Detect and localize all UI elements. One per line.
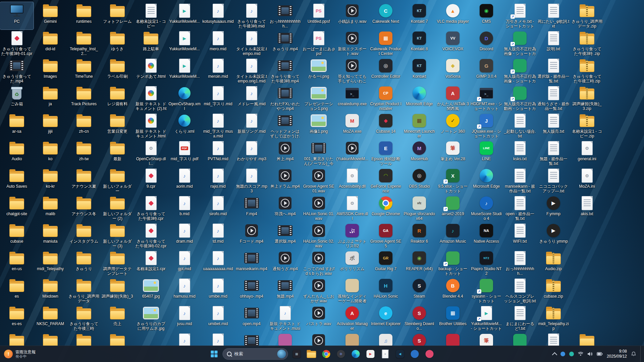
desktop-icon[interactable]: きゅうり食ってた午後3時 .zip — [570, 29, 604, 57]
desktop-icon[interactable]: 選択版 - 親作品一覧.txt — [537, 57, 570, 84]
desktop-icon[interactable]: ▶F.ymmp — [537, 194, 570, 222]
desktop-icon[interactable]: ↗backup - ショートカット — [436, 249, 470, 277]
desktop-icon[interactable]: ✓ノートン 360 — [436, 112, 470, 139]
desktop-icon[interactable]: ♪umibet.mid — [201, 304, 235, 332]
desktop-icon[interactable]: おっhhhhhhhhhh... — [503, 249, 537, 277]
desktop-icon[interactable]: きゅうり食ってた午後3時-02.cpr — [134, 222, 168, 249]
desktop-icon[interactable]: 売上 — [101, 304, 134, 332]
desktop-icon[interactable]: ポポリリリズム — [335, 249, 369, 277]
desktop-icon[interactable]: ♪meroin.mid — [201, 57, 235, 84]
desktop-icon[interactable]: きゅうり食ってた.mp4 — [0, 57, 34, 84]
desktop-icon[interactable]: ヘッドフォンはずしてぽかうけ.mp4 — [268, 112, 302, 139]
desktop-icon[interactable] — [268, 332, 302, 346]
show-desktop-button[interactable] — [640, 346, 643, 362]
desktop-icon[interactable]: Aかんたん!AITalk 3 関西風 — [436, 84, 470, 112]
desktop-icon[interactable]: sfzPlogue sforzando x64 — [402, 194, 436, 222]
desktop-icon[interactable]: ⚙Accessibility.dll — [335, 167, 369, 194]
desktop-icon[interactable]: ⚙MoZA.ini — [570, 167, 604, 194]
desktop-icon[interactable]: ◆Cubase 14 — [369, 112, 402, 139]
start-button[interactable] — [207, 347, 221, 361]
desktop-icon[interactable]: Track Pictures — [67, 84, 101, 112]
desktop-icon[interactable]: ▦Minecraft Launcher — [402, 112, 436, 139]
desktop-icon[interactable]: ↗syasinn - ショートカット — [470, 277, 503, 304]
desktop-icon[interactable] — [503, 332, 537, 346]
desktop-icon[interactable]: MMoZA.exe — [335, 112, 369, 139]
desktop-icon[interactable]: 通知うざそ - 親作品一覧.txt — [537, 84, 570, 112]
desktop-icon[interactable] — [570, 332, 604, 346]
desktop-icon[interactable]: SSteam — [402, 277, 436, 304]
desktop-icon[interactable]: runtimes — [67, 2, 101, 29]
desktop-icon[interactable]: 画像1.png — [302, 112, 335, 139]
desktop-icon[interactable]: ▦Brother Utilities — [436, 304, 470, 332]
desktop-icon[interactable]: 説明.txt — [537, 29, 570, 57]
desktop-icon[interactable]: ⚙OpenCvSharp.dll... — [134, 139, 168, 167]
desktop-icon[interactable]: 死にたい_φ歌詞.txt — [537, 2, 570, 29]
desktop-icon[interactable]: ar-sa — [0, 112, 34, 139]
desktop-icon[interactable]: DDiscord — [470, 29, 503, 57]
desktop-icon[interactable]: 丼上.mp4 — [268, 139, 302, 167]
desktop-icon[interactable]: 無題 - 親作品一覧.txt — [537, 139, 570, 167]
taskbar-app-pink-sphere-app[interactable] — [422, 347, 437, 361]
desktop-icon[interactable]: PC — [0, 2, 34, 29]
desktop-icon[interactable]: ♪kotusytuaaus.mid — [201, 2, 235, 29]
desktop-icon[interactable]: 名称未設定1 - コピー.zip — [570, 112, 604, 139]
desktop-icon[interactable]: ▦Cakewalk Product Center — [369, 29, 402, 57]
desktop-icon[interactable]: きゅうり_調声用データ.zip — [570, 2, 604, 29]
desktop-icon[interactable]: 筆 — [470, 332, 503, 346]
desktop-icon[interactable]: Telepathy_Inst_2... — [67, 29, 101, 57]
desktop-icon[interactable]: ♪ — [201, 332, 235, 346]
desktop-icon[interactable]: 丼上ドラム.mp4 — [268, 167, 302, 194]
taskbar-app-code-app[interactable]: ◀ — [393, 347, 408, 361]
desktop-icon[interactable]: ♪aorin.mid — [168, 167, 201, 194]
desktop-icon[interactable]: きゅうり食ってた午後3時.cpr — [134, 194, 168, 222]
desktop-icon[interactable]: 新しいフォルダー (3) — [101, 222, 134, 249]
desktop-icon[interactable]: ♪td.mid — [201, 222, 235, 249]
desktop-icon[interactable]: NANative Access — [470, 222, 503, 249]
desktop-icon[interactable]: NKSC_PARAM — [34, 304, 67, 332]
desktop-icon[interactable]: HALion Sonic 02.wav — [302, 222, 335, 249]
volume-icon[interactable] — [587, 352, 593, 356]
desktop-icon[interactable]: KTKontakt 8 — [402, 29, 436, 57]
desktop-icon[interactable]: GAGroove Agent SE 5 — [369, 222, 402, 249]
desktop-icon[interactable]: ja — [34, 84, 67, 112]
desktop-icon[interactable]: ↗無人販売不正行為画像 - ショートカット — [503, 57, 537, 84]
desktop-icon[interactable]: 孤独なインディーゲーム開発者の一生 ... — [335, 277, 369, 304]
desktop-icon[interactable]: きゅうり.mp4 — [268, 29, 302, 57]
desktop-icon[interactable]: だれだFXいれたやつ.mp4 — [268, 84, 302, 112]
desktop-icon[interactable]: jijii — [34, 112, 67, 139]
desktop-icon[interactable]: es — [0, 277, 34, 304]
desktop-icon[interactable]: 新規 テキスト ドキュメント (2).html — [134, 84, 168, 112]
desktop-icon[interactable]: 新しいフォルダー (2) — [101, 194, 134, 222]
desktop-icon[interactable]: 小銭詰まり.wav — [335, 2, 369, 29]
desktop-icon[interactable]: J↗JQuake.exe - ショートカット — [470, 112, 503, 139]
desktop-icon[interactable]: midi_Telepathy.zip — [537, 304, 570, 332]
taskbar-app-notepad[interactable]: ≡ — [378, 347, 393, 361]
desktop-icon[interactable]: 65407.jpg — [134, 277, 168, 304]
desktop-icon[interactable]: maniseikann - 親作品一覧.txt — [503, 167, 537, 194]
desktop-icon[interactable]: きゅうり食ってた午後三時.zip — [570, 57, 604, 84]
desktop-icon[interactable]: PSおーばーまにあ.ppsf — [302, 29, 335, 57]
desktop-icon[interactable]: maniuta — [34, 222, 67, 249]
desktop-icon[interactable]: テンポあて.html — [134, 57, 168, 84]
desktop-icon[interactable]: GGIMP 3.0.4 — [470, 57, 503, 84]
desktop-icon[interactable]: Fコード.mp4 — [235, 222, 268, 249]
desktop-icon[interactable]: open.mp4 — [235, 304, 268, 332]
tray-app-icon-2[interactable] — [569, 352, 574, 356]
desktop-icon[interactable]: パストラ.wav — [302, 304, 335, 332]
desktop-icon[interactable]: ♪hamusu.mid — [168, 277, 201, 304]
desktop-icon[interactable]: 調声用データテンプレート — [101, 249, 134, 277]
desktop-icon[interactable]: midi_Telepathy — [34, 249, 67, 277]
desktop-icon[interactable] — [335, 332, 369, 346]
desktop-icon[interactable]: ずんだもん_しおかぜ.wav — [302, 277, 335, 304]
desktop-icon[interactable]: ニコニコバックアップ—.txt — [537, 167, 570, 194]
desktop-icon[interactable]: インスタグラム — [67, 222, 101, 249]
desktop-icon[interactable]: ⚙AWSSDK.Core.dll — [335, 194, 369, 222]
desktop-icon[interactable]: ♪きゅうり食ってた午後3時.mid — [235, 2, 268, 29]
desktop-icon[interactable]: Google Chrome — [369, 194, 402, 222]
taskbar-app-edge[interactable] — [348, 347, 363, 361]
desktop-icon[interactable]: X↗9.5.xlsx - ショートカット — [436, 167, 470, 194]
desktop-icon[interactable]: きゅうり_調声用データ — [67, 277, 101, 304]
desktop-icon[interactable]: AActivation Manager — [335, 304, 369, 332]
desktop-icon[interactable]: 調声練習(失敗)_3 — [101, 277, 134, 304]
desktop-icon[interactable]: ♪mid_字スり musa.mid — [201, 112, 235, 139]
